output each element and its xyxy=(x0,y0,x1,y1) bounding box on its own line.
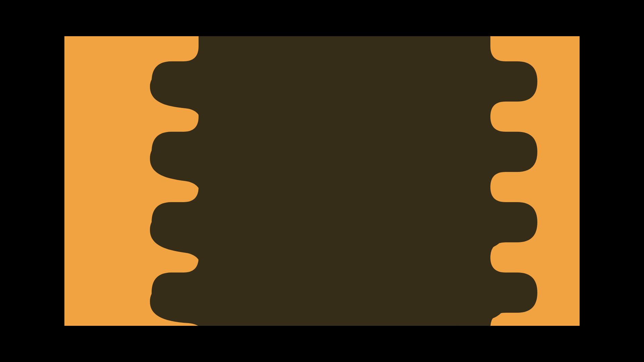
stage: React Native Status bar explanation with… xyxy=(0,0,644,362)
blob-shape-overlay xyxy=(64,36,580,326)
banner-card: React Native Status bar explanation with… xyxy=(64,36,580,326)
